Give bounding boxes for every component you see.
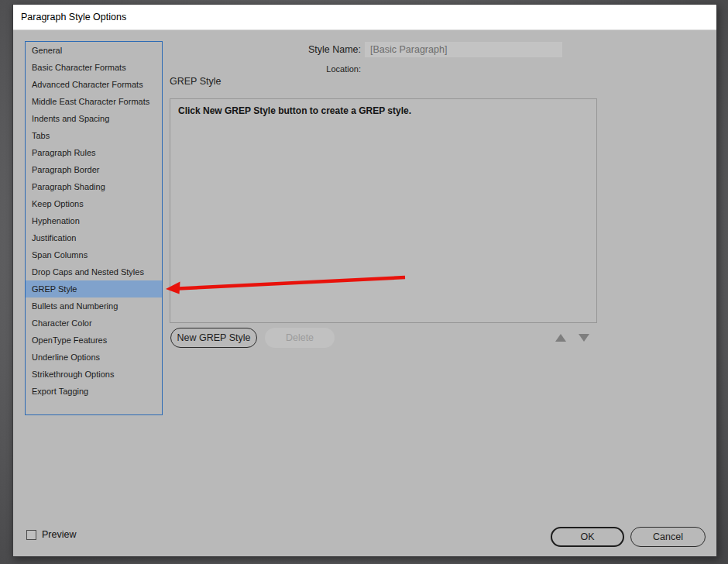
sidebar-item-bullets-and-numbering[interactable]: Bullets and Numbering: [26, 297, 162, 315]
sidebar-item-strikethrough-options[interactable]: Strikethrough Options: [26, 366, 162, 383]
sidebar-item-general[interactable]: General: [26, 42, 162, 59]
preview-checkbox[interactable]: [26, 530, 36, 540]
move-up-icon[interactable]: [555, 334, 566, 342]
dialog-titlebar[interactable]: Paragraph Style Options: [13, 5, 716, 30]
sidebar-item-drop-caps-and-nested-styles[interactable]: Drop Caps and Nested Styles: [26, 263, 162, 280]
sidebar-list: GeneralBasic Character FormatsAdvanced C…: [25, 41, 163, 415]
sidebar-item-export-tagging[interactable]: Export Tagging: [26, 383, 162, 400]
new-grep-style-button[interactable]: New GREP Style: [170, 328, 257, 348]
sidebar-item-keep-options[interactable]: Keep Options: [26, 195, 162, 212]
sidebar-item-tabs[interactable]: Tabs: [26, 127, 162, 144]
sidebar-item-paragraph-border[interactable]: Paragraph Border: [26, 161, 162, 178]
dialog-title: Paragraph Style Options: [21, 5, 126, 30]
style-name-label: Style Name:: [269, 42, 361, 57]
sidebar-item-hyphenation[interactable]: Hyphenation: [26, 212, 162, 229]
sidebar-item-paragraph-shading[interactable]: Paragraph Shading: [26, 178, 162, 195]
sidebar-item-advanced-character-formats[interactable]: Advanced Character Formats: [26, 76, 162, 93]
location-label: Location:: [269, 64, 361, 74]
grep-empty-message: Click New GREP Style button to create a …: [178, 105, 411, 116]
preview-label: Preview: [42, 529, 76, 540]
cancel-button[interactable]: Cancel: [630, 527, 706, 547]
sidebar-item-grep-style[interactable]: GREP Style: [26, 280, 162, 297]
ok-button[interactable]: OK: [551, 527, 624, 547]
sidebar-item-indents-and-spacing[interactable]: Indents and Spacing: [26, 110, 162, 127]
style-name-input[interactable]: [365, 42, 562, 57]
sidebar-item-paragraph-rules[interactable]: Paragraph Rules: [26, 144, 162, 161]
app-background: Paragraph Style Options GeneralBasic Cha…: [0, 0, 728, 564]
sidebar-item-character-color[interactable]: Character Color: [26, 315, 162, 332]
sidebar-item-opentype-features[interactable]: OpenType Features: [26, 332, 162, 349]
sidebar-item-middle-east-character-formats[interactable]: Middle East Character Formats: [26, 93, 162, 110]
grep-style-list-panel: Click New GREP Style button to create a …: [170, 98, 597, 323]
sidebar-item-basic-character-formats[interactable]: Basic Character Formats: [26, 59, 162, 76]
sidebar-item-justification[interactable]: Justification: [26, 229, 162, 246]
sidebar-item-span-columns[interactable]: Span Columns: [26, 246, 162, 263]
grep-style-section-title: GREP Style: [170, 76, 221, 87]
sidebar-item-underline-options[interactable]: Underline Options: [26, 349, 162, 366]
paragraph-style-options-dialog: Paragraph Style Options GeneralBasic Cha…: [12, 4, 717, 557]
preview-option: Preview: [26, 528, 76, 541]
delete-button[interactable]: Delete: [265, 328, 335, 348]
move-down-icon[interactable]: [579, 334, 589, 342]
